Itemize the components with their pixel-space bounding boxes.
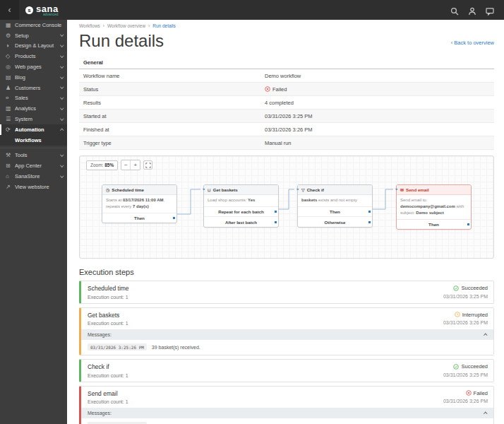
apps-icon: ⊞ — [6, 163, 15, 169]
node-get-baskets[interactable]: » ⊔ Get baskets Load shop accounts: Yes … — [203, 184, 279, 228]
breadcrumb-workflows[interactable]: Workflows — [79, 23, 100, 28]
table-row: Workflow name Demo workflow — [79, 69, 494, 83]
table-row: Started at 03/31/2026 3:25 PM — [79, 110, 494, 123]
succeeded-icon — [453, 364, 459, 370]
sidebar-item-customers[interactable]: ♟ Customers — [0, 83, 67, 93]
execution-steps-heading: Execution steps — [79, 268, 494, 276]
sidebar-item-app-center[interactable]: ⊞ App Center — [0, 160, 67, 171]
chevron-down-icon — [60, 174, 64, 177]
messages-toggle[interactable]: Messages: — [81, 408, 493, 418]
sidebar-item-sanastore[interactable]: ⌂ SanaStore — [0, 171, 67, 182]
node-output-otherwise[interactable]: Otherwise — [298, 216, 372, 226]
cart-icon: ¤ — [6, 95, 15, 101]
sidebar-item-blog[interactable]: ▤ Blog — [0, 72, 67, 83]
chevron-left-icon: ‹ — [451, 40, 453, 46]
sidebar-item-automation[interactable]: ⟳ Automation — [0, 124, 67, 135]
node-output-then[interactable]: Then — [298, 207, 372, 216]
document-icon: ▤ — [6, 74, 15, 81]
sidebar-item-analytics[interactable]: ▥ Analytics — [0, 103, 67, 114]
back-to-overview-link[interactable]: ‹ Back to overview — [451, 40, 494, 46]
step-title: Send email — [88, 390, 128, 397]
output-port[interactable] — [275, 221, 277, 223]
general-heading: General — [79, 57, 494, 69]
feedback-icon[interactable] — [486, 6, 494, 14]
step-execution-count: Execution count: 1 — [88, 295, 129, 300]
envelope-icon: ✉ — [400, 187, 404, 192]
sidebar-item-web-pages[interactable]: ◎ Web pages — [0, 61, 67, 72]
breadcrumb-separator: › — [148, 23, 150, 28]
output-port[interactable] — [467, 223, 469, 225]
basket-icon: ⊔ — [208, 187, 211, 192]
input-port: » — [296, 187, 298, 191]
dashboard-icon: ▦ — [6, 22, 15, 28]
chevron-down-icon — [60, 106, 64, 110]
chevron-down-icon — [60, 117, 64, 120]
step-timestamp: 03/31/2026 3:26 PM — [443, 399, 488, 404]
chevron-down-icon — [60, 75, 64, 78]
page-title: Run details — [79, 31, 164, 51]
input-port: » — [203, 187, 204, 191]
node-scheduled-time[interactable]: ◷ Scheduled time Starts at 03/17/2026 11… — [102, 184, 177, 223]
sidebar-item-commerce-console[interactable]: ▦ Commerce Console — [0, 20, 67, 30]
table-row: Results 4 completed — [79, 96, 494, 110]
wrench-icon: ⚒ — [6, 152, 15, 158]
message-row: 03/31/2026 3:25:26 PM 39 basket(s) recei… — [81, 340, 493, 355]
sidebar-item-design-layout[interactable]: ◑ Design & Layout — [0, 41, 67, 52]
output-port[interactable] — [368, 211, 371, 213]
zoom-out-button[interactable]: − — [121, 160, 131, 170]
chevron-up-icon — [60, 129, 64, 132]
tag-icon: ◇ — [6, 53, 15, 59]
output-port[interactable] — [275, 211, 277, 213]
succeeded-icon — [453, 285, 459, 291]
chevron-down-icon — [60, 153, 64, 156]
sidebar-item-products[interactable]: ◇ Products — [0, 51, 67, 61]
chevron-down-icon — [60, 33, 64, 37]
breadcrumb: Workflows › Workflow overview › Run deta… — [79, 23, 494, 28]
chevron-left-icon: ‹ — [8, 5, 11, 15]
back-button[interactable]: ‹ — [0, 0, 19, 20]
step-title: Check if — [88, 363, 128, 370]
step-title: Scheduled time — [88, 285, 129, 292]
step-execution-count: Execution count: 1 — [88, 373, 128, 378]
node-send-email[interactable]: » ✉ Send email Send email to: democompan… — [396, 184, 472, 230]
clock-icon: ◷ — [106, 187, 109, 192]
design-icon: ◑ — [6, 42, 15, 49]
step-card-check-if: Check if Execution count: 1 Succeeded 03… — [79, 359, 494, 382]
execution-steps-list: Scheduled time Execution count: 1 Succee… — [79, 281, 494, 424]
status-badge: Interrupted — [443, 312, 488, 318]
table-row: Trigger type Manual run — [79, 136, 494, 150]
sidebar-item-workflows[interactable]: Workflows — [0, 135, 67, 146]
messages-toggle[interactable]: Messages: — [81, 329, 493, 340]
chevron-up-icon — [484, 412, 487, 416]
status-badge: Succeeded — [443, 285, 488, 291]
node-check-if[interactable]: » ▽ Check if baskets exists and not empt… — [297, 184, 373, 228]
node-output-then[interactable]: Then — [397, 220, 471, 229]
sidebar-divider — [0, 148, 67, 148]
node-output-then[interactable]: Then — [102, 213, 176, 223]
chevron-down-icon — [60, 44, 64, 47]
sidebar-item-sales[interactable]: ¤ Sales — [0, 93, 67, 104]
node-output-repeat-for-each-batch[interactable]: Repeat for each batch — [204, 207, 278, 216]
message-row: 03/31/2026 3:26:02 PM Response status co… — [81, 418, 493, 424]
topbar: ‹ s sana advanced — [0, 0, 504, 20]
node-output-after-last-batch[interactable]: After last batch — [204, 216, 278, 226]
sana-logo-icon: s — [25, 6, 33, 14]
external-link-icon: ↗ — [6, 184, 15, 190]
user-icon[interactable] — [468, 6, 476, 14]
search-icon[interactable] — [450, 6, 459, 14]
sidebar-item-view-webstore[interactable]: ↗ View webstore — [0, 182, 67, 192]
sana-logo: s sana advanced — [25, 4, 59, 16]
output-port[interactable] — [368, 221, 371, 223]
sidebar-item-system[interactable]: ☰ System — [0, 114, 67, 124]
status-badge: Failed — [443, 390, 488, 396]
step-title: Get baskets — [88, 312, 128, 319]
zoom-level: Zoom: 85% — [86, 160, 118, 170]
output-port[interactable] — [173, 217, 175, 219]
sidebar-item-tools[interactable]: ⚒ Tools — [0, 151, 67, 161]
breadcrumb-workflow-overview[interactable]: Workflow overview — [107, 23, 145, 28]
chevron-down-icon — [60, 86, 64, 89]
fullscreen-button[interactable] — [143, 160, 152, 170]
workflow-diagram[interactable]: Zoom: 85% − + ◷ Scheduled time Starts at… — [79, 155, 494, 259]
sidebar-item-setup[interactable]: ⚙ Setup — [0, 30, 67, 41]
zoom-in-button[interactable]: + — [131, 160, 140, 170]
